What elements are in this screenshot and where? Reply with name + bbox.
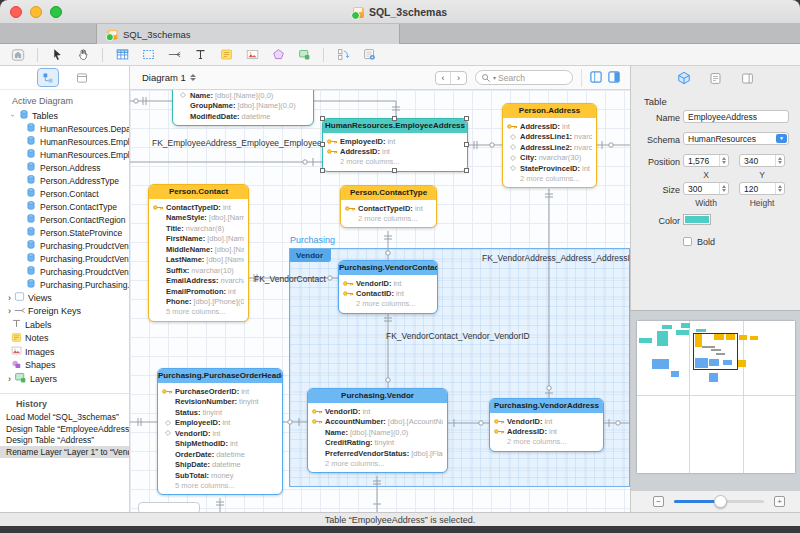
diagram-table[interactable]: Name:[dbo].[Name](0,0)GroupName:[dbo].[N… (172, 90, 314, 126)
selection-icon[interactable] (138, 46, 158, 64)
sidebar-table-item[interactable]: Person.Address (0, 161, 129, 174)
model-tree-tab-icon[interactable] (38, 69, 58, 86)
relation-icon[interactable] (164, 46, 184, 64)
history-item[interactable]: Design Table “EmployeeAddress” (0, 423, 129, 435)
diagram-table[interactable]: Person.ContactContactTypeID:intNameStyle… (148, 184, 249, 322)
selection-handle[interactable] (320, 168, 325, 173)
column-type: [dbo].[NameSt... (209, 213, 244, 222)
chevron-right-icon[interactable]: › (8, 293, 11, 303)
column-name: ShipDate: (175, 460, 210, 469)
search-box[interactable]: ▾ (475, 70, 573, 85)
zoom-slider-thumb[interactable] (714, 495, 727, 508)
diagram-table[interactable]: Purchasing.VendorContactVendorID:intCont… (338, 260, 438, 314)
sidebar-table-item[interactable]: Purchasing.Purchasing... (0, 278, 129, 291)
diagram-canvas[interactable]: Vendor Purchasing (130, 90, 630, 512)
sidebar-table-item[interactable]: HumanResources.Depar... (0, 122, 129, 135)
note-icon[interactable] (216, 46, 236, 64)
zoom-in-button[interactable]: + (774, 496, 785, 507)
chevron-down-icon[interactable]: › (8, 112, 17, 120)
schema-select[interactable]: HumanResources ▼ (683, 132, 789, 145)
schema-dropdown-icon[interactable]: ▼ (776, 134, 787, 143)
sidebar-table-item[interactable]: Person.ContactRegion (0, 213, 129, 226)
sidebar-table-item[interactable]: HumanResources.Emplo... (0, 148, 129, 161)
sidebar-table-item[interactable]: HumanResources.Emplo... (0, 135, 129, 148)
diagram-table[interactable]: Purchasing.VendorVendorID:intAccountNumb… (307, 388, 448, 473)
panel-tab-icon[interactable] (738, 69, 758, 87)
sidebar-section-shapes[interactable]: Shapes (0, 359, 129, 373)
sidebar-table-item[interactable]: Person.AddressType (0, 174, 129, 187)
sidebar-table-item[interactable]: Purchasing.ProudctVen... (0, 252, 129, 265)
image-icon[interactable] (242, 46, 262, 64)
history-item[interactable]: Load Model “SQL_3schemas” (0, 412, 129, 424)
layer-icon[interactable] (294, 46, 314, 64)
sidebar-table-item[interactable]: Person.StateProvince (0, 226, 129, 239)
toggle-left-pane-icon[interactable] (590, 69, 602, 87)
sidebar-properties-tab-icon[interactable] (72, 69, 92, 86)
stepper-arrows-icon[interactable] (719, 155, 728, 166)
selection-handle[interactable] (464, 142, 469, 147)
selection-handle[interactable] (464, 168, 469, 173)
nav-back-button[interactable]: ‹ (436, 72, 451, 84)
sidebar-section-notes[interactable]: Notes (0, 332, 129, 346)
diagram-table[interactable]: Purchasing.VendorAddressVendorID:intAddr… (489, 398, 604, 452)
table-icon[interactable] (112, 46, 132, 64)
sidebar-table-item[interactable]: Purchasing.ProudctVen... (0, 265, 129, 278)
zoom-slider[interactable] (674, 500, 764, 503)
diagram-table[interactable]: Person.ContactTypeContactTypeID:int2 mor… (340, 185, 437, 228)
position-y-stepper[interactable]: 340 (739, 154, 785, 167)
selection-handle[interactable] (464, 116, 469, 121)
view-toggles (581, 69, 620, 87)
stepper-arrows-icon[interactable] (775, 183, 784, 194)
fk-label[interactable]: FK_VendorAddress_Address_AddressID (482, 253, 630, 263)
auto-layout-icon[interactable] (333, 46, 353, 64)
model-cube-tab-icon[interactable] (674, 69, 694, 87)
selection-handle[interactable] (392, 116, 397, 121)
search-input[interactable] (498, 73, 558, 83)
size-height-stepper[interactable]: 120 (739, 182, 785, 195)
size-width-stepper[interactable]: 300 (683, 182, 729, 195)
diagram-table[interactable]: Purchasing.PurchaseOrderHeaderPurchaseOr… (157, 368, 283, 495)
diagram-table[interactable]: HumanResources.EmployeeAddressEmployeeID… (322, 118, 468, 172)
sidebar-table-item[interactable]: Purchasing.ProudctVen... (0, 239, 129, 252)
diagram-table[interactable]: Person.AddressAddressID:intAddressLine1:… (502, 103, 597, 188)
text-icon[interactable] (190, 46, 210, 64)
sidebar-section-foreign-keys[interactable]: ›Foreign Keys (0, 305, 129, 319)
shape-icon[interactable] (268, 46, 288, 64)
search-options-chevron-icon[interactable]: ▾ (493, 74, 496, 81)
fk-label[interactable]: FK_EmployeeAddress_Employee_EmployeeID (152, 138, 330, 148)
nav-forward-button[interactable]: › (451, 72, 466, 84)
minimap-viewport[interactable] (693, 333, 738, 370)
fk-label[interactable]: FK_VendorContact (254, 274, 326, 284)
bold-checkbox[interactable] (683, 237, 692, 246)
chevron-right-icon[interactable]: › (8, 374, 11, 384)
diagram-selector[interactable]: Diagram 1 (142, 72, 196, 83)
sidebar-table-item[interactable]: Person.Contact (0, 187, 129, 200)
name-input[interactable] (683, 110, 789, 123)
stepper-arrows-icon[interactable] (719, 183, 728, 194)
fk-label[interactable]: FK_VendorContact_Vendor_VendorID (386, 331, 530, 341)
selection-handle[interactable] (320, 142, 325, 147)
sidebar-section-views[interactable]: ›Views (0, 291, 129, 305)
pointer-icon[interactable] (47, 46, 67, 64)
sidebar-section-images[interactable]: Images (0, 345, 129, 359)
sidebar-section-layers[interactable]: ›Layers (0, 372, 129, 386)
toggle-right-pane-icon[interactable] (608, 69, 620, 87)
stepper-arrows-icon[interactable] (775, 155, 784, 166)
ddl-tab-icon[interactable] (706, 69, 726, 87)
selection-handle[interactable] (392, 168, 397, 173)
sidebar-section-labels[interactable]: Labels (0, 318, 129, 332)
chevron-right-icon[interactable]: › (8, 306, 11, 316)
tab-sql-3schemas[interactable]: SQL_3schemas (96, 24, 400, 44)
position-x-stepper[interactable]: 1,576 (683, 154, 729, 167)
history-item[interactable]: Design Table “Address” (0, 435, 129, 447)
zoom-out-button[interactable]: − (653, 496, 664, 507)
sidebar-table-item[interactable]: Person.ContactType (0, 200, 129, 213)
diagram-settings-icon[interactable] (359, 46, 379, 64)
minimap[interactable] (637, 321, 795, 473)
hand-icon[interactable] (73, 46, 93, 64)
history-item[interactable]: Rename Layer “Layer 1” to “Vendor” (0, 446, 129, 458)
selection-handle[interactable] (320, 116, 325, 121)
model-overview-icon[interactable] (8, 46, 28, 64)
tables-group-row[interactable]: › Tables (0, 109, 129, 122)
color-swatch[interactable] (683, 214, 711, 225)
